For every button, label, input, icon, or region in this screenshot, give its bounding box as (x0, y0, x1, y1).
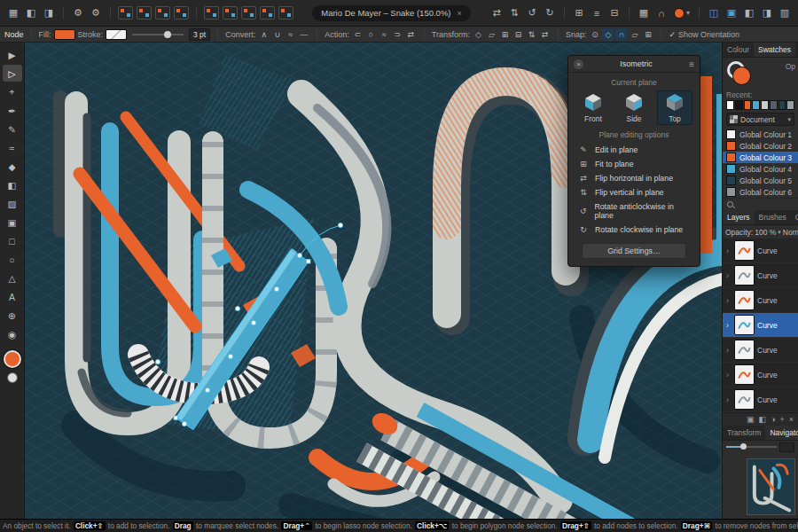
snapping-preset-3-icon[interactable] (155, 6, 170, 20)
convert-sharp-icon[interactable]: ∧ (258, 28, 270, 41)
distribute-icon[interactable]: ≡ (589, 5, 605, 21)
navigator-preview[interactable] (747, 458, 795, 515)
action-close-curve-icon[interactable]: ○ (365, 28, 377, 41)
swatch-row[interactable]: Global Colour 6 (723, 186, 798, 198)
rotate-clockwise-icon[interactable]: ↻ (542, 5, 558, 21)
ellipse-tool[interactable]: ○ (3, 251, 22, 268)
swatch-search[interactable] (723, 198, 798, 210)
panel-menu-icon[interactable]: ≡ (689, 59, 694, 69)
stroke-swatch[interactable] (106, 29, 127, 40)
flip-horizontal-option[interactable]: ⇄ Flip horizontal in plane (568, 171, 700, 185)
expand-chevron-icon[interactable]: › (726, 296, 732, 305)
rotate-anticlockwise-icon[interactable]: ↺ (524, 5, 540, 21)
studio-right-icon[interactable]: ◨ (759, 5, 775, 21)
plane-top-button[interactable]: Top (657, 90, 692, 125)
layer-row[interactable]: › Curve (723, 338, 798, 363)
recent-colour-swatch[interactable] (778, 100, 786, 110)
preferences-icon[interactable]: ⚙ (88, 5, 104, 21)
expand-chevron-icon[interactable]: › (726, 395, 732, 404)
flip-horizontal-icon[interactable]: ⇄ (489, 5, 505, 21)
insert-inside-icon[interactable] (223, 6, 238, 20)
convert-smart-icon[interactable]: ≈ (285, 28, 296, 41)
transform-flip-v-icon[interactable]: ⇅ (526, 28, 537, 41)
expand-chevron-icon[interactable]: › (726, 271, 732, 280)
panel-toggle-right-icon[interactable]: ◨ (41, 5, 57, 21)
tab-brushes[interactable]: Brushes (755, 210, 791, 224)
action-break-curve-icon[interactable]: ⊂ (352, 28, 364, 41)
expand-chevron-icon[interactable]: › (726, 246, 732, 255)
edit-all-layers-icon[interactable] (278, 6, 293, 20)
studio-left-icon[interactable]: ◧ (741, 5, 757, 21)
move-tool[interactable]: ▶ (3, 46, 22, 63)
swatch-row[interactable]: Global Colour 4 (723, 163, 798, 175)
rectangle-tool[interactable]: □ (3, 232, 22, 249)
vector-brush-tool[interactable]: ≈ (3, 139, 22, 156)
transform-flip-h-icon[interactable]: ⇄ (539, 28, 551, 41)
snapping-toggle-icon[interactable]: ∩ (653, 5, 669, 21)
panel-toggle-left-icon[interactable]: ◧ (23, 5, 39, 21)
document-title[interactable]: Mario De Mayer – Snake (150.0%) × (312, 5, 471, 21)
replace-selection-icon[interactable] (260, 6, 275, 20)
node-tool[interactable]: ▷ (3, 65, 22, 82)
studio-bottom-icon[interactable]: ▥ (777, 5, 793, 21)
recent-colour-swatch[interactable] (770, 100, 778, 110)
fill-colour-indicator[interactable] (4, 350, 21, 368)
plane-side-button[interactable]: Side (616, 90, 652, 125)
zoom-slider[interactable] (726, 446, 777, 448)
insert-behind-icon[interactable] (204, 6, 219, 20)
tab-quick-fx[interactable]: Quick F (791, 210, 798, 224)
align-icon[interactable]: ⊞ (571, 5, 587, 21)
tab-navigator[interactable]: Navigator (765, 426, 798, 440)
stroke-width-field[interactable]: 3 pt (189, 28, 210, 41)
convert-smooth-icon[interactable]: ∪ (271, 28, 283, 41)
glyphs-studio-icon[interactable]: ▣ (724, 5, 739, 21)
layer-row[interactable]: › Curve (723, 313, 798, 338)
tab-swatches[interactable]: Swatches (754, 43, 795, 57)
zoom-tool[interactable]: ⊕ (3, 307, 22, 324)
expand-chevron-icon[interactable]: › (726, 371, 732, 379)
pen-tool[interactable]: ✒ (3, 102, 22, 119)
expand-chevron-icon[interactable]: › (726, 321, 732, 330)
view-tool[interactable]: ◉ (3, 325, 22, 342)
grid-icon[interactable]: ▦ (5, 5, 21, 21)
swatch-row[interactable]: Global Colour 3 (723, 152, 798, 163)
action-join-curves-icon[interactable]: ⊃ (392, 28, 403, 41)
swatch-row[interactable]: Global Colour 5 (723, 175, 798, 186)
point-transform-tool[interactable]: ⌖ (3, 83, 22, 100)
recent-colour-swatch[interactable] (761, 100, 769, 110)
recent-colour-swatch[interactable] (786, 100, 794, 110)
add-layer-icon[interactable]: + (779, 415, 784, 424)
palette-select[interactable]: Document ▾ (726, 113, 794, 126)
fill-tool[interactable]: ◆ (3, 158, 22, 175)
expand-chevron-icon[interactable]: › (726, 346, 732, 355)
transparency-tool[interactable]: ▨ (3, 195, 22, 212)
flip-vertical-icon[interactable]: ⇅ (506, 5, 522, 21)
fill-well[interactable] (732, 66, 751, 85)
layer-row[interactable]: › Curve (723, 263, 798, 288)
action-smooth-curve-icon[interactable]: ≈ (379, 28, 390, 41)
layer-row[interactable]: › Curve (723, 363, 798, 387)
adjustment-layer-icon[interactable]: ◑ (771, 415, 775, 424)
opacity-value[interactable]: 100 % (755, 228, 776, 237)
show-orientation-checkbox[interactable]: ✓ (669, 30, 676, 39)
snapping-preset-1-icon[interactable] (118, 6, 133, 20)
mask-layer-icon[interactable]: ◧ (759, 415, 767, 424)
snap-curves-icon[interactable]: ∩ (615, 28, 627, 41)
document-close-icon[interactable]: × (458, 9, 462, 18)
insert-on-top-icon[interactable] (241, 6, 256, 20)
convert-line-icon[interactable]: ― (298, 28, 309, 41)
transform-shear-icon[interactable]: ▱ (486, 28, 497, 41)
transform-contract-icon[interactable]: ⊟ (512, 28, 524, 41)
snap-to-grid-icon[interactable]: ⊙ (589, 28, 600, 41)
shape-tool[interactable]: △ (3, 270, 22, 286)
isometric-grid-icon[interactable]: ▦ (636, 5, 652, 21)
grid-settings-button[interactable]: Grid Settings… (582, 243, 686, 259)
delete-layer-icon[interactable]: × (789, 415, 794, 424)
tab-transform[interactable]: Transform (723, 426, 765, 440)
tab-colour[interactable]: Colour (723, 43, 754, 57)
recent-colour-swatch[interactable] (752, 100, 760, 110)
layer-row[interactable]: › Curve (723, 239, 798, 263)
recent-colour-swatch[interactable] (726, 100, 734, 110)
snap-geometry-icon[interactable]: ◇ (602, 28, 614, 41)
edit-in-plane-option[interactable]: ✎ Edit in plane (568, 143, 700, 157)
